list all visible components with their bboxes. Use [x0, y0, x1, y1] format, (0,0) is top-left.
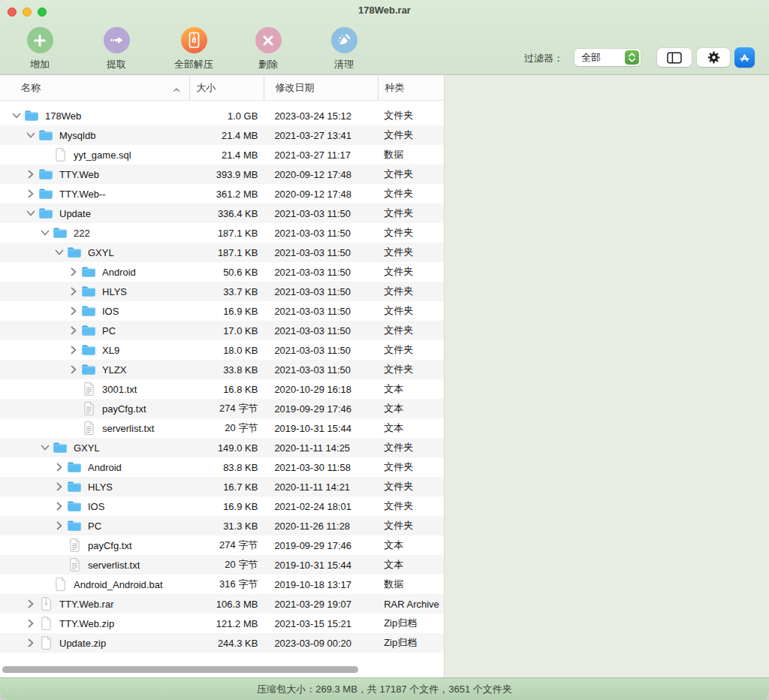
disclosure-chevron-icon[interactable]	[11, 111, 23, 120]
disclosure-chevron-icon[interactable]	[68, 326, 80, 335]
disclosure-chevron-icon[interactable]	[25, 638, 37, 647]
table-row[interactable]: serverlist.txt 20 字节 2019-10-31 15:44 文本	[0, 555, 444, 575]
item-date: 2021-02-24 18:01	[264, 501, 378, 512]
column-header-size[interactable]: 大小	[189, 75, 264, 100]
table-row[interactable]: TTY.Web.zip 121.2 MB 2021-03-15 15:21 Zi…	[0, 614, 444, 633]
item-icon	[38, 597, 53, 611]
column-header-name[interactable]: 名称	[0, 75, 189, 100]
content-area: 名称 大小 修改日期 种类 178Web 1.0 GB 2023-03-24 1…	[0, 75, 769, 677]
table-row[interactable]: serverlist.txt 20 字节 2019-10-31 15:44 文本	[0, 418, 444, 438]
add-button[interactable]: 增加	[15, 27, 65, 71]
clean-button[interactable]: 清理	[319, 27, 369, 71]
table-row[interactable]: yyt_game.sql 21.4 MB 2021-03-27 11:17 数据	[0, 145, 444, 164]
item-size: 20 字节	[189, 558, 264, 572]
table-row[interactable]: IOS 16.9 KB 2021-02-24 18:01 文件夹	[0, 496, 444, 516]
table-row[interactable]: HLYS 16.7 KB 2020-11-11 14:21 文件夹	[0, 477, 444, 496]
disclosure-chevron-icon[interactable]	[25, 599, 37, 608]
disclosure-chevron-icon[interactable]	[68, 287, 80, 296]
column-header-kind[interactable]: 种类	[378, 75, 444, 100]
disclosure-chevron-icon[interactable]	[39, 228, 51, 237]
disclosure-chevron-icon[interactable]	[68, 306, 80, 315]
item-size: 50.6 KB	[189, 267, 264, 278]
disclosure-chevron-icon[interactable]	[53, 521, 65, 530]
tree-indent	[11, 350, 68, 351]
tree-indent	[11, 467, 53, 468]
tree-indent	[11, 233, 39, 234]
item-date: 2020-10-29 16:18	[264, 384, 378, 395]
item-name: 178Web	[45, 110, 81, 122]
delete-label: 删除	[243, 58, 293, 71]
delete-button[interactable]: 删除	[243, 27, 293, 71]
table-row[interactable]: YLZX 33.8 KB 2021-03-03 11:50 文件夹	[0, 360, 444, 379]
item-size: 21.4 MB	[189, 149, 264, 161]
disclosure-chevron-icon[interactable]	[39, 443, 51, 452]
appstore-button[interactable]	[734, 47, 755, 68]
toggle-sidebar-button[interactable]	[657, 48, 692, 67]
item-date: 2021-03-03 11:50	[264, 364, 378, 376]
item-name: Update.zip	[59, 638, 106, 649]
item-kind: 文件夹	[378, 460, 444, 474]
disclosure-chevron-icon[interactable]	[25, 170, 37, 179]
disclosure-chevron-icon[interactable]	[53, 463, 65, 472]
item-date: 2019-10-31 15:44	[264, 423, 378, 434]
table-row[interactable]: Android 50.6 KB 2021-03-03 11:50 文件夹	[0, 262, 444, 282]
disclosure-chevron-icon[interactable]	[53, 482, 65, 491]
disclosure-chevron-icon[interactable]	[25, 619, 37, 628]
extract-button[interactable]: 提取	[92, 27, 141, 71]
horizontal-scrollbar[interactable]	[2, 666, 358, 673]
tree-indent	[11, 194, 25, 195]
table-row[interactable]: Mysqldb 21.4 MB 2021-03-27 13:41 文件夹	[0, 125, 444, 145]
table-row[interactable]: PC 17.0 KB 2021-03-03 11:50 文件夹	[0, 321, 444, 340]
table-row[interactable]: HLYS 33.7 KB 2021-03-03 11:50 文件夹	[0, 282, 444, 301]
table-row[interactable]: Update 336.4 KB 2021-03-03 11:50 文件夹	[0, 204, 444, 223]
item-size: 17.0 KB	[189, 325, 264, 336]
table-header: 名称 大小 修改日期 种类	[0, 75, 444, 101]
disclosure-chevron-icon[interactable]	[25, 189, 37, 198]
disclosure-chevron-icon[interactable]	[68, 267, 80, 276]
extract-icon	[104, 27, 130, 53]
table-row[interactable]: XL9 18.0 KB 2021-03-03 11:50 文件夹	[0, 340, 444, 360]
gear-icon	[707, 51, 720, 64]
item-date: 2021-03-29 19:07	[264, 599, 378, 610]
table-row[interactable]: payCfg.txt 274 字节 2019-09-29 17:46 文本	[0, 399, 444, 418]
settings-button[interactable]	[697, 48, 730, 67]
item-icon	[81, 343, 96, 357]
table-row[interactable]: Update.zip 244.3 KB 2023-03-09 00:20 Zip…	[0, 633, 444, 653]
table-row[interactable]: PC 31.3 KB 2020-11-26 11:28 文件夹	[0, 516, 444, 536]
item-size: 16.9 KB	[189, 306, 264, 317]
table-row[interactable]: 3001.txt 16.8 KB 2020-10-29 16:18 文本	[0, 379, 444, 399]
item-kind: 文件夹	[378, 226, 444, 240]
extract-all-button[interactable]: 全部解压	[160, 27, 228, 71]
disclosure-chevron-icon[interactable]	[53, 502, 65, 511]
item-size: 316 字节	[189, 578, 264, 591]
table-row[interactable]: TTY.Web-- 361.2 MB 2020-09-12 17:48 文件夹	[0, 184, 444, 204]
item-icon	[81, 304, 96, 318]
table-row[interactable]: Android_Android.bat 316 字节 2019-10-18 13…	[0, 575, 444, 594]
table-row[interactable]: TTY.Web 393.9 MB 2020-09-12 17:48 文件夹	[0, 164, 444, 184]
disclosure-chevron-icon[interactable]	[68, 365, 80, 374]
disclosure-chevron-icon[interactable]	[53, 248, 65, 257]
item-size: 106.3 MB	[189, 599, 264, 610]
item-icon	[67, 246, 82, 259]
item-date: 2021-03-03 11:50	[264, 247, 378, 258]
disclosure-chevron-icon[interactable]	[25, 209, 37, 218]
disclosure-chevron-icon[interactable]	[68, 345, 80, 355]
table-row[interactable]: IOS 16.9 KB 2021-03-03 11:50 文件夹	[0, 301, 444, 321]
column-header-date[interactable]: 修改日期	[264, 75, 378, 100]
item-date: 2019-09-29 17:46	[264, 403, 378, 415]
item-icon	[81, 265, 96, 279]
item-kind: 文本	[378, 421, 444, 435]
item-kind: 文件夹	[378, 207, 444, 220]
table-row[interactable]: 178Web 1.0 GB 2023-03-24 15:12 文件夹	[0, 106, 444, 125]
table-row[interactable]: 222 187.1 KB 2021-03-03 11:50 文件夹	[0, 223, 444, 243]
table-row[interactable]: GXYL 187.1 KB 2021-03-03 11:50 文件夹	[0, 243, 444, 262]
item-date: 2021-03-03 11:50	[264, 345, 378, 356]
table-row[interactable]: payCfg.txt 274 字节 2019-09-29 17:46 文本	[0, 536, 444, 555]
sort-ascending-icon	[173, 83, 180, 95]
item-name: IOS	[102, 306, 119, 317]
disclosure-chevron-icon[interactable]	[25, 131, 37, 140]
table-row[interactable]: GXYL 149.0 KB 2020-11-11 14:25 文件夹	[0, 438, 444, 457]
table-row[interactable]: Android 83.8 KB 2021-03-30 11:58 文件夹	[0, 457, 444, 477]
filter-select[interactable]: 全部	[574, 49, 641, 66]
table-row[interactable]: TTY.Web.rar 106.3 MB 2021-03-29 19:07 RA…	[0, 594, 444, 614]
